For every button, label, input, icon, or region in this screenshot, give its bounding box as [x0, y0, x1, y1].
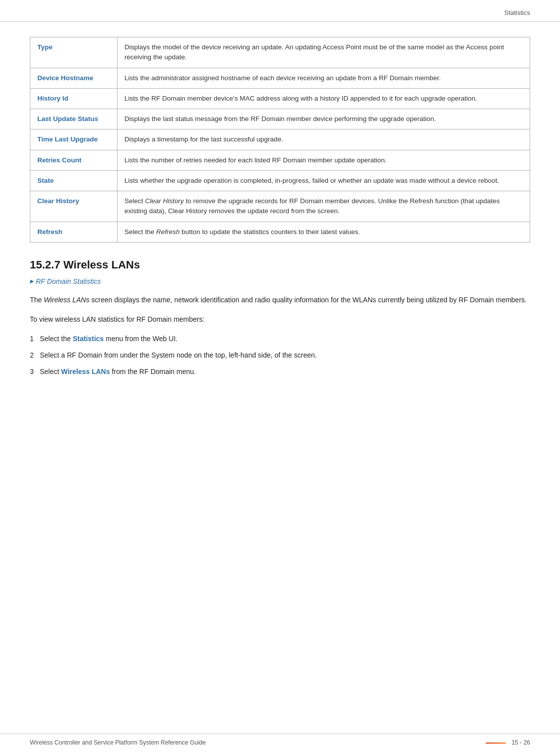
table-cell-label: Clear History	[30, 191, 117, 222]
table-cell-description: Displays a timestamp for the last succes…	[117, 129, 530, 150]
step-number: 3	[30, 366, 34, 378]
table-cell-description: Displays the last status message from th…	[117, 109, 530, 129]
table-row: Clear HistorySelect Clear History to rem…	[30, 191, 530, 222]
rf-domain-link-text: RF Domain Statistics	[36, 277, 101, 285]
table-cell-description: Lists the administrator assigned hostnam…	[117, 68, 530, 88]
table-cell-label: Device Hostname	[30, 68, 117, 88]
table-row: RefreshSelect the Refresh button to upda…	[30, 222, 530, 242]
info-table: TypeDisplays the model of the device rec…	[30, 37, 530, 243]
step-number: 1	[30, 333, 34, 345]
table-cell-description: Lists whether the upgrade operation is c…	[117, 170, 530, 191]
table-cell-label: State	[30, 170, 117, 191]
table-row: History IdLists the RF Domain member dev…	[30, 88, 530, 109]
page-content: TypeDisplays the model of the device rec…	[0, 22, 560, 425]
rf-domain-link[interactable]: RF Domain Statistics	[30, 277, 530, 285]
header-title: Statistics	[504, 9, 530, 16]
step-highlight: Statistics	[73, 335, 104, 343]
footer-left: Wireless Controller and Service Platform…	[30, 739, 206, 746]
table-row: TypeDisplays the model of the device rec…	[30, 37, 530, 68]
table-cell-description: Lists the number of retries needed for e…	[117, 150, 530, 170]
step-item: 1Select the Statistics menu from the Web…	[30, 333, 530, 345]
table-row: Device HostnameLists the administrator a…	[30, 68, 530, 88]
table-cell-description: Select Clear History to remove the upgra…	[117, 191, 530, 222]
table-cell-label: Time Last Upgrade	[30, 129, 117, 150]
steps-list: 1Select the Statistics menu from the Web…	[30, 333, 530, 378]
table-cell-label: Type	[30, 37, 117, 68]
step-highlight: Wireless LANs	[61, 368, 110, 376]
step-item: 3Select Wireless LANs from the RF Domain…	[30, 366, 530, 378]
page-footer: Wireless Controller and Service Platform…	[0, 734, 560, 746]
table-row: StateLists whether the upgrade operation…	[30, 170, 530, 191]
footer-divider	[486, 743, 506, 744]
step-number: 2	[30, 350, 34, 361]
step-item: 2Select a RF Domain from under the Syste…	[30, 350, 530, 361]
table-cell-description: Select the Refresh button to update the …	[117, 222, 530, 242]
table-cell-label: History Id	[30, 88, 117, 109]
table-row: Retries CountLists the number of retries…	[30, 150, 530, 170]
table-cell-label: Last Update Status	[30, 109, 117, 129]
footer-page: 15 - 26	[512, 739, 530, 746]
table-row: Last Update StatusDisplays the last stat…	[30, 109, 530, 129]
table-cell-label: Retries Count	[30, 150, 117, 170]
section-heading: 15.2.7 Wireless LANs	[30, 258, 530, 271]
table-cell-description: Lists the RF Domain member device's MAC …	[117, 88, 530, 109]
table-row: Time Last UpgradeDisplays a timestamp fo…	[30, 129, 530, 150]
page-header: Statistics	[0, 0, 560, 22]
table-cell-label: Refresh	[30, 222, 117, 242]
footer-right: 15 - 26	[486, 739, 530, 746]
steps-intro: To view wireless LAN statistics for RF D…	[30, 314, 530, 325]
intro-paragraph: The Wireless LANs screen displays the na…	[30, 294, 530, 306]
table-cell-description: Displays the model of the device receivi…	[117, 37, 530, 68]
